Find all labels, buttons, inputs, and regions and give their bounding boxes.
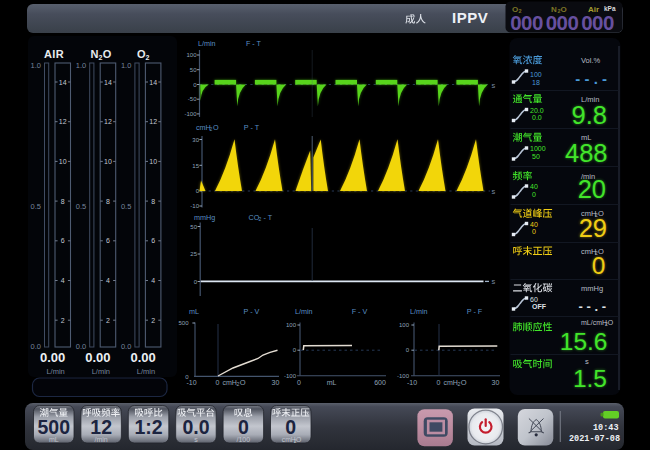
svg-text:P - F: P - F	[467, 307, 483, 316]
svg-text:14: 14	[104, 79, 112, 86]
svg-text:20.0: 20.0	[530, 107, 544, 114]
svg-text:10: 10	[104, 158, 112, 165]
svg-text:F - T: F - T	[246, 39, 262, 48]
svg-text:0.5: 0.5	[76, 202, 86, 211]
svg-text:L/min: L/min	[46, 367, 64, 376]
svg-text:20: 20	[578, 175, 606, 203]
svg-text:100: 100	[399, 322, 410, 328]
svg-text:6: 6	[61, 237, 65, 244]
svg-text:12: 12	[104, 118, 112, 125]
svg-text:40: 40	[530, 183, 538, 190]
svg-text:18: 18	[532, 79, 540, 86]
svg-text:OFF: OFF	[532, 303, 547, 310]
svg-text:500: 500	[178, 320, 189, 326]
svg-text:0.00: 0.00	[130, 350, 155, 365]
svg-text:0: 0	[532, 191, 536, 198]
svg-text:cmH: cmH	[223, 379, 237, 386]
svg-text:0: 0	[532, 228, 536, 235]
svg-text:9.8: 9.8	[572, 101, 607, 129]
svg-text:60: 60	[530, 296, 538, 303]
svg-text:0: 0	[238, 416, 249, 438]
svg-text:8: 8	[106, 198, 110, 205]
svg-text:40: 40	[530, 221, 538, 228]
svg-text:- - . -: - - . -	[579, 299, 606, 314]
svg-text:-100: -100	[284, 373, 297, 379]
svg-text:6: 6	[106, 237, 110, 244]
svg-text:10: 10	[59, 158, 67, 165]
svg-text:N: N	[91, 48, 99, 60]
svg-text:s: s	[492, 81, 496, 90]
svg-text:cmH: cmH	[444, 379, 458, 386]
svg-text:P - V: P - V	[244, 307, 260, 316]
svg-text:14: 14	[149, 79, 157, 86]
svg-text:500: 500	[37, 416, 70, 438]
svg-text:L/min: L/min	[198, 39, 216, 48]
svg-text:-50: -50	[188, 96, 197, 102]
svg-text:30: 30	[272, 379, 280, 386]
svg-text:1:2: 1:2	[134, 416, 162, 438]
svg-text:0: 0	[285, 416, 296, 438]
svg-text:s: s	[194, 436, 198, 443]
svg-text:000: 000	[581, 11, 614, 34]
svg-text:000: 000	[510, 11, 543, 34]
svg-text:14: 14	[59, 79, 67, 86]
svg-text:s: s	[492, 187, 496, 196]
svg-text:L/min: L/min	[92, 367, 110, 376]
svg-text:4: 4	[61, 277, 65, 284]
svg-text:mmHg: mmHg	[194, 213, 215, 222]
svg-text:0.0: 0.0	[532, 114, 542, 121]
svg-text:000: 000	[546, 11, 579, 34]
svg-text:100: 100	[186, 52, 197, 58]
svg-text:50: 50	[190, 224, 197, 230]
svg-text:8: 8	[151, 198, 155, 205]
svg-text:mL: mL	[327, 379, 337, 386]
svg-text:12: 12	[90, 416, 112, 438]
svg-text:0.5: 0.5	[31, 202, 41, 211]
svg-text:0.00: 0.00	[40, 350, 65, 365]
svg-text:L/min: L/min	[137, 367, 155, 376]
svg-text:mmHg: mmHg	[581, 284, 603, 293]
svg-text:Vol.%: Vol.%	[581, 56, 601, 65]
svg-text:O: O	[240, 378, 246, 387]
svg-text:O: O	[103, 48, 112, 60]
svg-text:IPPV: IPPV	[452, 9, 488, 26]
svg-text:O: O	[608, 319, 614, 326]
svg-text:cmH: cmH	[196, 123, 211, 132]
svg-text:1000: 1000	[530, 145, 546, 152]
svg-text:100: 100	[530, 71, 542, 78]
svg-text:15: 15	[192, 163, 199, 169]
svg-text:2: 2	[146, 54, 150, 61]
svg-text:10: 10	[149, 158, 157, 165]
svg-text:-10: -10	[190, 203, 199, 209]
svg-text:6: 6	[151, 237, 155, 244]
svg-text:-10: -10	[186, 379, 196, 386]
svg-text:L/min: L/min	[410, 307, 428, 316]
svg-text:4: 4	[106, 277, 110, 284]
svg-text:0: 0	[297, 379, 301, 386]
svg-text:30: 30	[192, 137, 199, 143]
svg-text:0.00: 0.00	[85, 350, 110, 365]
svg-text:mL: mL	[49, 436, 59, 443]
svg-text:-100: -100	[184, 111, 197, 117]
svg-text:AIR: AIR	[44, 48, 64, 60]
svg-text:O: O	[296, 436, 301, 443]
svg-text:/min: /min	[95, 436, 108, 443]
svg-text:10:43: 10:43	[593, 423, 619, 433]
svg-text:P - T: P - T	[244, 123, 260, 132]
svg-text:O: O	[461, 378, 467, 387]
svg-text:O: O	[213, 123, 219, 132]
svg-text:1.0: 1.0	[31, 61, 41, 70]
svg-text:/100: /100	[237, 436, 251, 443]
svg-text:mL/cmH: mL/cmH	[581, 319, 607, 326]
svg-text:4: 4	[151, 277, 155, 284]
svg-text:s: s	[492, 277, 496, 286]
svg-text:2: 2	[61, 317, 65, 324]
svg-text:2: 2	[106, 317, 110, 324]
svg-text:0: 0	[592, 252, 606, 279]
svg-text:2: 2	[151, 317, 155, 324]
svg-text:30: 30	[492, 379, 500, 386]
svg-text:600: 600	[374, 379, 386, 386]
svg-text:0: 0	[216, 379, 220, 386]
svg-text:50: 50	[532, 153, 540, 160]
svg-text:- T: - T	[264, 213, 273, 222]
